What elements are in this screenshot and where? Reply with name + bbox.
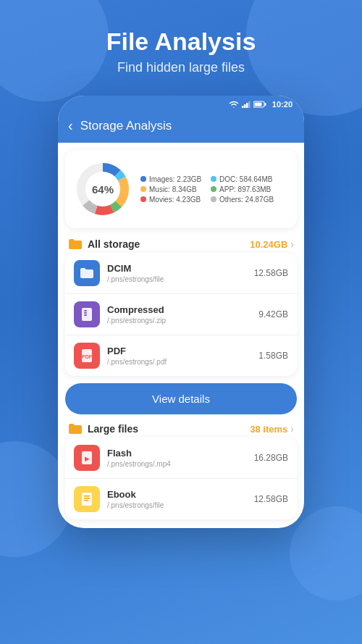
phone-mockup: 10:20 ‹ Storage Analysis	[58, 96, 304, 528]
file-icon-pdf: PDF	[74, 343, 100, 369]
all-storage-title: All storage	[88, 238, 140, 250]
large-files-title: Large files	[88, 423, 138, 435]
svg-rect-0	[242, 106, 244, 108]
legend-images: Images: 2.23GB	[140, 175, 203, 183]
file-size-compressed: 9.42GB	[258, 309, 288, 319]
file-item-ebook[interactable]: Ebook /.pns/estrongs/file 12.58GB	[65, 479, 297, 519]
svg-rect-2	[246, 103, 248, 108]
legend-dot-others	[211, 196, 216, 202]
svg-rect-5	[264, 103, 266, 106]
page-title: File Analysis	[14, 28, 348, 56]
large-files-list: ▶ Flash /.pns/estrongs/.mp4 16.28GB Eboo…	[65, 438, 297, 519]
file-icon-dcim	[74, 260, 100, 286]
file-path-ebook: /.pns/estrongs/file	[107, 501, 247, 509]
file-size-ebook: 12.58GB	[254, 494, 288, 504]
legend-dot-images	[140, 176, 146, 182]
storage-chart-card: 64% Images: 2.23GB DOC: 584.64MB Music: …	[65, 150, 297, 228]
file-icon-flash: ▶	[74, 445, 100, 471]
file-path-pdf: /.pns/estrongs/.pdf	[107, 358, 251, 366]
svg-rect-24	[84, 498, 90, 499]
file-name-pdf: PDF	[107, 346, 251, 356]
all-storage-title-wrap: All storage	[68, 238, 140, 250]
wifi-icon	[229, 101, 239, 108]
file-info-compressed: Compressed /.pns/estrongs/.zip	[107, 304, 251, 325]
legend-label-images: Images: 2.23GB	[149, 175, 201, 183]
battery-icon	[253, 101, 266, 108]
legend-dot-music	[140, 186, 146, 192]
legend-app: APP: 897.63MB	[211, 185, 274, 193]
legend-label-music: Music: 8.34GB	[149, 185, 197, 193]
file-size-pdf: 1.58GB	[258, 351, 288, 361]
status-icons: 10:20	[229, 100, 292, 109]
view-details-button[interactable]: View details	[65, 383, 297, 414]
svg-rect-6	[254, 103, 261, 106]
svg-text:PDF: PDF	[82, 354, 93, 359]
file-path-dcim: /.pns/estrongs/file	[107, 275, 247, 283]
status-time: 10:20	[272, 100, 292, 109]
file-info-dcim: DCIM /.pns/estrongs/file	[107, 263, 247, 283]
file-name-dcim: DCIM	[107, 263, 247, 274]
legend-label-movies: Movies: 4.23GB	[149, 196, 201, 204]
file-item-dcim[interactable]: DCIM /.pns/estrongs/file 12.58GB	[65, 253, 297, 294]
legend-doc: DOC: 584.64MB	[211, 175, 274, 183]
bg-decoration-4	[290, 506, 362, 601]
file-name-compressed: Compressed	[107, 304, 251, 315]
nav-bar: ‹ Storage Analysis	[58, 112, 304, 143]
svg-rect-3	[248, 101, 251, 108]
file-info-flash: Flash /.pns/estrongs/.mp4	[107, 448, 247, 468]
all-storage-file-list: DCIM /.pns/estrongs/file 12.58GB Compres…	[65, 253, 297, 376]
donut-percent: 64%	[92, 183, 114, 196]
svg-rect-23	[84, 495, 90, 497]
svg-text:▶: ▶	[85, 456, 90, 462]
legend-music: Music: 8.34GB	[140, 185, 203, 193]
file-item-flash[interactable]: ▶ Flash /.pns/estrongs/.mp4 16.28GB	[65, 438, 297, 479]
svg-rect-25	[84, 500, 88, 501]
legend-dot-doc	[211, 176, 216, 182]
all-storage-size: 10.24GB	[250, 239, 287, 250]
file-item-pdf[interactable]: PDF PDF /.pns/estrongs/.pdf 1.58GB	[65, 335, 297, 376]
chart-section: 64% Images: 2.23GB DOC: 584.64MB Music: …	[74, 160, 288, 218]
large-files-header[interactable]: Large files 38 items ›	[58, 420, 304, 438]
file-path-compressed: /.pns/estrongs/.zip	[107, 317, 251, 325]
legend-others: Others: 24.87GB	[211, 196, 274, 204]
file-item-compressed[interactable]: Compressed /.pns/estrongs/.zip 9.42GB	[65, 294, 297, 335]
status-bar: 10:20	[58, 96, 304, 112]
svg-rect-16	[84, 312, 87, 314]
file-icon-ebook	[74, 486, 100, 512]
large-files-badge: 38 items	[250, 424, 287, 435]
donut-chart: 64%	[74, 160, 132, 218]
signal-icon	[242, 101, 251, 108]
legend-movies: Movies: 4.23GB	[140, 196, 203, 204]
file-path-flash: /.pns/estrongs/.mp4	[107, 460, 247, 468]
file-size-dcim: 12.58GB	[254, 268, 288, 278]
chart-legend: Images: 2.23GB DOC: 584.64MB Music: 8.34…	[140, 175, 274, 204]
nav-title: Storage Analysis	[80, 119, 172, 133]
file-info-ebook: Ebook /.pns/estrongs/file	[107, 489, 247, 509]
large-files-arrow: ›	[290, 423, 294, 435]
file-size-flash: 16.28GB	[254, 453, 288, 463]
svg-rect-1	[244, 104, 246, 108]
svg-rect-15	[84, 310, 87, 311]
legend-dot-movies	[140, 196, 146, 202]
legend-dot-app	[211, 186, 216, 192]
page-header: File Analysis Find hidden large files	[0, 0, 362, 83]
all-storage-header[interactable]: All storage 10.24GB ›	[58, 234, 304, 253]
svg-rect-17	[84, 314, 87, 316]
all-storage-arrow: ›	[290, 238, 294, 250]
file-info-pdf: PDF /.pns/estrongs/.pdf	[107, 346, 251, 366]
folder-icon	[68, 238, 83, 250]
file-name-flash: Flash	[107, 448, 247, 459]
svg-rect-22	[82, 493, 92, 506]
legend-label-others: Others: 24.87GB	[219, 196, 274, 204]
legend-label-app: APP: 897.63MB	[219, 185, 271, 193]
legend-label-doc: DOC: 584.64MB	[219, 175, 272, 183]
file-name-ebook: Ebook	[107, 489, 247, 500]
large-folder-icon	[68, 423, 83, 435]
large-files-title-wrap: Large files	[68, 423, 138, 435]
back-button[interactable]: ‹	[68, 117, 73, 134]
svg-rect-14	[82, 308, 92, 321]
file-icon-compressed	[74, 301, 100, 327]
page-subtitle: Find hidden large files	[14, 60, 348, 75]
